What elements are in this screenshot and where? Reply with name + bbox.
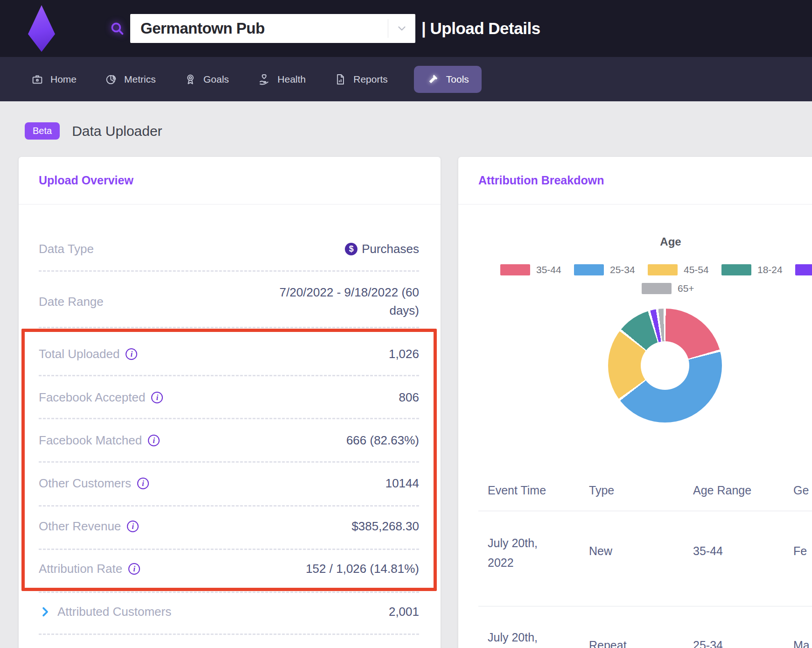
nav-item-label: Home (50, 74, 77, 85)
main-nav: HomeMetricsGoalsHealthReportsTools (0, 57, 812, 101)
row-label: Attributed Customers (57, 605, 171, 619)
info-icon[interactable]: i (148, 435, 160, 446)
overview-row-other-customers: Other Customersi10144 (39, 465, 419, 501)
row-divider (39, 461, 419, 463)
row-label: Facebook Accepted (39, 390, 145, 405)
hand-heart-icon (257, 72, 271, 86)
row-divider (39, 327, 419, 328)
overview-row-total-uploaded: Total Uploadedi1,026 (39, 336, 419, 372)
nav-item-label: Goals (203, 74, 229, 85)
nav-item-goals[interactable]: Goals (184, 73, 229, 86)
location-search-value: Germantown Pub (140, 20, 388, 37)
attribution-breakdown-card: Attribution Breakdown Age 35-4425-3445-5… (458, 157, 812, 648)
attribution-table: Event TimeTypeAge RangeGeJuly 20th, 2022… (458, 157, 812, 648)
table-cell: Fe (793, 544, 807, 558)
upload-overview-title: Upload Overview (39, 174, 133, 187)
table-header-2: Age Range (693, 484, 751, 497)
row-value: 806 (399, 390, 419, 405)
overview-row-attribution-rate: Attribution Ratei152 / 1,026 (14.81%) (39, 551, 419, 586)
nav-item-home[interactable]: Home (31, 73, 77, 86)
row-divider (39, 270, 419, 272)
beta-badge: Beta (25, 122, 60, 140)
table-header-1: Type (589, 484, 614, 497)
row-divider (39, 592, 419, 593)
row-label: Total Uploaded (39, 347, 119, 361)
overview-row-date-range: Date Range7/20/2022 - 9/18/2022 (60 days… (39, 284, 419, 319)
info-icon[interactable]: i (127, 521, 139, 532)
row-label: Data Type (39, 242, 94, 256)
row-label: Facebook Matched (39, 433, 142, 448)
app-logo-icon[interactable] (28, 5, 55, 52)
row-label: Date Range (39, 295, 104, 309)
row-label: Other Customers (39, 476, 131, 491)
overview-row-facebook-matched: Facebook Matchedi666 (82.63%) (39, 423, 419, 458)
table-cell: July 20th, 2022 (488, 533, 562, 572)
row-value: 7/20/2022 - 9/18/2022 (60 days) (280, 285, 419, 317)
overview-row-attributed-customers: Attributed Customers2,001 (39, 594, 419, 629)
row-value: Purchases (362, 242, 419, 256)
row-value: 10144 (385, 476, 419, 491)
dollar-badge-icon: $ (345, 243, 357, 255)
row-value: 1,026 (389, 347, 419, 361)
page-head: Beta Data Uploader (25, 122, 162, 140)
info-icon[interactable]: i (151, 392, 163, 403)
card-header-divider (19, 204, 441, 204)
nav-item-label: Reports (353, 74, 388, 85)
row-value: 152 / 1,026 (14.81%) (306, 562, 419, 576)
table-cell: July 20th, (488, 627, 562, 647)
info-icon[interactable]: i (137, 478, 149, 489)
table-header-0: Event Time (488, 484, 546, 497)
row-value: 666 (82.63%) (346, 433, 419, 448)
page-context-title: | Upload Details (421, 19, 540, 38)
upload-overview-card: Upload Overview Data Type$PurchasesDate … (19, 157, 441, 648)
overview-row-facebook-accepted: Facebook Acceptedi806 (39, 380, 419, 415)
page-title: Data Uploader (72, 123, 162, 139)
table-row-divider (478, 606, 812, 606)
nav-item-label: Metrics (124, 74, 156, 85)
nav-item-label: Health (278, 74, 306, 85)
row-value: 2,001 (389, 605, 419, 619)
table-cell: 25-34 (693, 639, 723, 648)
row-label: Other Revenue (39, 519, 121, 534)
table-header-3: Ge (793, 484, 809, 497)
row-divider (39, 505, 419, 507)
row-value: $385,268.30 (351, 519, 419, 534)
info-icon[interactable]: i (128, 563, 140, 575)
overview-row-data-type: Data Type$Purchases (39, 231, 419, 267)
row-divider (39, 418, 419, 419)
expand-chevron-icon[interactable] (39, 606, 51, 618)
table-cell: 35-44 (693, 544, 723, 558)
table-cell: Ma (793, 639, 810, 648)
nav-item-reports[interactable]: Reports (334, 73, 388, 86)
location-search-input[interactable]: Germantown Pub (130, 14, 415, 43)
overview-row-other-revenue: Other Revenuei$385,268.30 (39, 508, 419, 544)
medal-icon (184, 73, 197, 86)
row-divider (39, 634, 419, 635)
top-bar: Germantown Pub | Upload Details (0, 0, 812, 57)
table-cell: Repeat (589, 639, 627, 648)
nav-item-health[interactable]: Health (257, 72, 306, 86)
row-divider (39, 549, 419, 550)
app-window: Germantown Pub | Upload Details HomeMetr… (0, 0, 812, 648)
chevron-down-icon[interactable] (388, 22, 415, 35)
nav-item-metrics[interactable]: Metrics (105, 73, 156, 86)
row-label: Attribution Rate (39, 562, 122, 576)
row-divider (39, 375, 419, 376)
nav-item-tools[interactable]: Tools (414, 66, 482, 93)
table-row-divider (478, 511, 812, 511)
pie-chart-icon (105, 73, 118, 86)
report-icon (334, 73, 347, 86)
search-icon (109, 21, 125, 36)
info-icon[interactable]: i (126, 348, 137, 360)
table-cell: New (589, 544, 612, 558)
hammer-icon (427, 73, 440, 86)
nav-item-label: Tools (446, 74, 469, 85)
briefcase-icon (31, 73, 44, 86)
